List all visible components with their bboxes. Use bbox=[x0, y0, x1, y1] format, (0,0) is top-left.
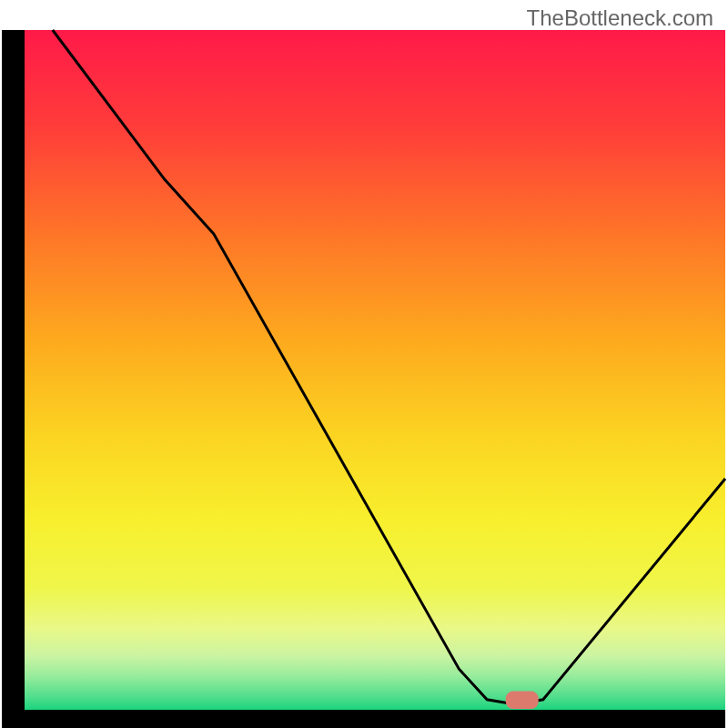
y-axis bbox=[2, 30, 25, 728]
chart-svg bbox=[0, 0, 728, 728]
watermark-text: TheBottleneck.com bbox=[527, 5, 713, 31]
chart-container: TheBottleneck.com bbox=[0, 0, 728, 728]
minimum-marker bbox=[506, 692, 539, 709]
x-axis bbox=[2, 710, 725, 728]
